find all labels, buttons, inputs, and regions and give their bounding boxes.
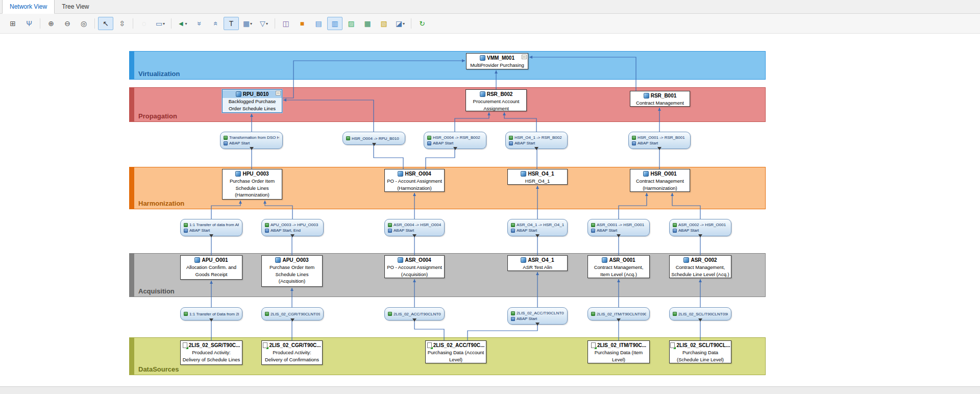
transform-TR3_ACCB[interactable]: 2LIS_02_ACC/T90CLNT090 ->...ABAP Start: [507, 307, 568, 325]
abap-routine-icon: [224, 141, 228, 145]
export-table-icon-glyph: ▧: [380, 19, 387, 28]
legend-icon-glyph: ■: [300, 19, 304, 28]
transform-TR1_RPU[interactable]: HSR_O004 -> RPU_B010: [342, 132, 405, 145]
abap-routine-icon: [184, 229, 188, 233]
node-description: Item Level (Acq.): [588, 271, 649, 278]
abap-routine-icon: [509, 141, 513, 145]
zoom-fit-icon[interactable]: ◎: [76, 17, 91, 30]
node-APU_O001[interactable]: APU_O001Allocation Confirm. andGoods Rec…: [180, 255, 242, 280]
transform-label: 1:1 Transfer of data from APU...: [189, 222, 239, 228]
table-view-icon[interactable]: ▦▾: [240, 17, 255, 30]
abap-routine-icon: [591, 229, 595, 233]
pin-layout-icon[interactable]: Ψ: [21, 17, 37, 30]
tab-network-view[interactable]: Network View: [2, 0, 55, 14]
layer-highlight-icon[interactable]: ▥: [327, 17, 342, 30]
transform-TR3_ACCA[interactable]: 2LIS_02_ACC/T90CLNT090 ->...: [384, 307, 445, 321]
transform-TR1_DSO[interactable]: Transformation from DSO HP...ABAP Start: [220, 132, 283, 149]
layer-label-datasources: DataSources: [138, 365, 179, 373]
transform-TR2_O001A[interactable]: ASR_O001 -> HSR_O001ABAP Start: [587, 219, 650, 236]
insert-node-icon[interactable]: ▭▾: [153, 17, 168, 30]
chart-icon[interactable]: ◪▾: [393, 17, 408, 30]
transform-label: ASR_O001 -> HSR_O001: [597, 222, 644, 228]
transform-TR2_O41[interactable]: ASR_O4_1 -> HSR_O4_1ABAP Start: [507, 219, 568, 236]
infoprovider-icon: [602, 257, 607, 263]
pan-hand-icon[interactable]: ⇳: [114, 17, 130, 30]
node-HSR_O004[interactable]: HSR_O004PO - Account Assignment(Harmoniz…: [384, 169, 445, 192]
node-VMM_M001[interactable]: VMM_M001MultiProvider Purchasing: [466, 53, 528, 69]
layer-green-icon[interactable]: ▨: [344, 17, 359, 30]
node-DS_SGR[interactable]: 2LIS_02_SGR/T90C...Produced Activity:Del…: [180, 340, 242, 365]
layer-blue-icon[interactable]: ▤: [311, 17, 326, 30]
node-DS_ITM[interactable]: 2LIS_02_ITM/T90C...Purchasing Data (Item…: [587, 340, 650, 363]
transformation-icon: [673, 223, 677, 227]
text-tool-icon[interactable]: T: [224, 17, 239, 30]
zoom-fit-icon-glyph: ◎: [81, 19, 87, 28]
data-preview-icon[interactable]: ▦: [360, 17, 375, 30]
transform-TR2_O004[interactable]: ASR_O004 -> HSR_O004ABAP Start: [384, 219, 445, 236]
zoom-out-icon[interactable]: ⊖: [60, 17, 75, 30]
node-title: RSR_B001: [651, 93, 677, 98]
transform-TR1_B002B[interactable]: HSR_O4_1 -> RSR_B002ABAP Start: [505, 132, 568, 149]
transform-TR1_B001[interactable]: HSR_O001 -> RSR_B001ABAP Start: [628, 132, 691, 149]
transformation-icon: [265, 223, 269, 227]
tab-tree-view[interactable]: Tree View: [55, 0, 96, 13]
dropdown-caret-icon[interactable]: ▾: [250, 21, 252, 26]
transform-TR3_SGR[interactable]: 1:1 Transfer of Data from 2LIS...: [180, 307, 242, 321]
node-description: Contract Management,: [588, 264, 649, 271]
input-arrow-icon: [535, 234, 540, 239]
input-arrow-icon: [698, 234, 702, 239]
package-icon[interactable]: ◫: [278, 17, 293, 30]
input-arrow-icon: [290, 234, 295, 239]
collapse-all-icon[interactable]: «: [191, 17, 206, 30]
transform-label: HSR_O4_1 -> RSR_B002: [514, 135, 562, 140]
node-ASR_O004[interactable]: ASR_O004PO - Account Assignment(Acquisit…: [384, 255, 445, 278]
node-ASR_O002[interactable]: ASR_O002Contract Management,Schedule Lin…: [669, 255, 731, 278]
select-cursor-icon[interactable]: ↖: [98, 17, 113, 30]
transform-TR3_SCL[interactable]: 2LIS_02_SCL/T90CLNT090 ->...: [669, 307, 731, 321]
zoom-in-icon-glyph: ⊕: [48, 19, 54, 28]
transform-TR1_B002A[interactable]: HSR_O004 -> RSR_B002ABAP Start: [424, 132, 486, 149]
input-arrow-icon: [617, 318, 621, 324]
dropdown-caret-icon[interactable]: ▾: [163, 21, 165, 26]
node-HPU_O003[interactable]: HPU_O003Purchase Order ItemSchedule Line…: [222, 169, 282, 200]
transformation-icon: [673, 312, 677, 316]
zoom-in-icon[interactable]: ⊕: [43, 17, 59, 30]
refresh-icon[interactable]: ↻: [414, 17, 430, 30]
node-description: (Harmonization): [385, 185, 444, 192]
align-nodes-icon-glyph: ◄: [178, 19, 185, 28]
transform-TR2_APU3[interactable]: APU_O003 -> HPU_O003ABAP Start, End: [261, 219, 324, 236]
align-nodes-icon[interactable]: ◄▾: [175, 17, 190, 30]
node-APU_O003[interactable]: APU_O003Purchase Order ItemSchedule Line…: [261, 255, 323, 287]
transformation-icon: [591, 223, 595, 227]
transform-TR2_O001B[interactable]: ASR_O002 -> HSR_O001ABAP Start: [669, 219, 731, 236]
grid-layout-icon[interactable]: ⊞: [5, 17, 20, 30]
node-DS_CGR[interactable]: 2LIS_02_CGR/T90C...Produced Activity:Del…: [261, 340, 323, 365]
input-arrow-icon: [412, 318, 416, 324]
dropdown-caret-icon[interactable]: ▾: [403, 21, 405, 26]
node-RSR_B001[interactable]: RSR_B001Contract Management: [630, 91, 690, 107]
connector-line: [374, 145, 403, 169]
node-HSR_O4_1[interactable]: HSR_O4_1HSR_O4_1: [507, 169, 568, 185]
node-RSR_B002[interactable]: RSR_B002Procurement AccountAssignment: [465, 89, 527, 111]
dropdown-caret-icon[interactable]: ▾: [266, 21, 268, 26]
infoprovider-icon: [643, 171, 649, 177]
filter-icon[interactable]: ▽▾: [256, 17, 272, 30]
node-ASR_O001[interactable]: ASR_O001Contract Management,Item Level (…: [587, 255, 650, 278]
transform-TR2_APU1[interactable]: 1:1 Transfer of data from APU...ABAP Sta…: [180, 219, 242, 236]
input-arrow-icon: [534, 147, 538, 152]
node-HSR_O001[interactable]: HSR_O001Contract Management(Harmonizatio…: [630, 169, 690, 192]
node-RPU_B010[interactable]: RPU_B010Backlogged PurchaseOrder Schedul…: [222, 89, 282, 113]
export-table-icon[interactable]: ▧: [376, 17, 391, 30]
node-ASR_O4_1[interactable]: ASR_O4_1ASR Test Alin: [507, 255, 568, 271]
expand-all-icon[interactable]: »: [207, 17, 223, 30]
transform-TR3_ITM[interactable]: 2LIS_02_ITM/T90CLNT090 ->...: [587, 307, 650, 321]
transform-TR3_CGR[interactable]: 2LIS_02_CGR/T90CLNT090 ->...: [261, 307, 324, 321]
node-DS_ACC[interactable]: 2LIS_02_ACC/T90C...Purchasing Data (Acco…: [425, 340, 486, 363]
dropdown-caret-icon[interactable]: ▾: [185, 21, 187, 26]
transform-label: ABAP Start: [517, 228, 537, 233]
layer-strip-propagation: [130, 88, 134, 121]
datasource-icon: [427, 342, 432, 348]
transform-label: HSR_O001 -> RSR_B001: [638, 135, 685, 140]
node-DS_SCL[interactable]: 2LIS_02_SCL/T90CL...Purchasing Data(Sche…: [669, 340, 731, 363]
legend-icon[interactable]: ■: [295, 17, 310, 30]
